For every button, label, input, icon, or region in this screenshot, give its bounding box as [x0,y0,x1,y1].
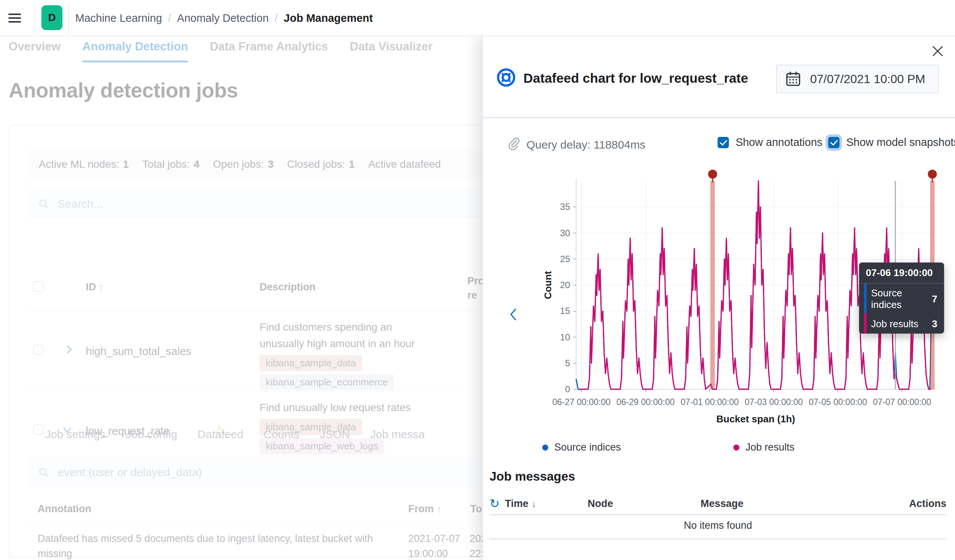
tooltip-timestamp: 07-06 19:00:00 [859,263,944,283]
col-header-annotation[interactable]: Annotation [38,503,91,515]
tab-overview[interactable]: Overview [9,40,61,59]
datafeed-chart-flyout: Datafeed chart for low_request_rate 07/0… [482,36,955,560]
sort-asc-icon: ↑ [437,504,442,514]
breadcrumb-job-management: Job Management [284,12,373,25]
show-annotations-checkbox[interactable] [717,137,729,148]
group-badge[interactable]: kibana_sample_data [260,355,362,371]
close-icon[interactable] [930,44,945,59]
col-header-description[interactable]: Description [260,281,316,293]
show-model-snapshots-label: Show model snapshots [846,136,955,149]
space-avatar[interactable]: D [41,5,63,30]
svg-text:07-03 00:00:00: 07-03 00:00:00 [745,397,803,407]
job-stats-bar: Active ML nodes:1 Total jobs:4 Open jobs… [28,150,482,178]
legend-job-results[interactable]: Job results [733,441,795,453]
show-model-snapshots-control: Show model snapshots [828,136,955,149]
select-all-checkbox[interactable] [33,281,44,292]
svg-text:25: 25 [560,254,570,264]
tooltip-row-source-indices: Source indices 7 [859,283,944,314]
tab-json[interactable]: JSON [320,428,350,441]
table-divider [490,538,946,539]
col-header-from[interactable]: From↑ [408,503,441,515]
svg-text:06-29 00:00:00: 06-29 00:00:00 [616,397,675,407]
tab-datafeed[interactable]: Datafeed [197,428,243,441]
col-header-time[interactable]: Time↓ [505,498,588,510]
breadcrumb: Machine Learning / Anomaly Detection / J… [75,0,373,36]
tooltip-row-job-results: Job results 3 [859,314,944,333]
job-id[interactable]: high_sum_total_sales [86,345,191,358]
flyout-title: Datafeed chart for low_request_rate [523,71,748,86]
row-checkbox[interactable] [33,344,44,355]
ml-tabs: Overview Anomaly Detection Data Frame An… [9,36,433,63]
tab-job-settings[interactable]: Job settings [45,428,105,441]
event-search-input[interactable] [58,466,396,479]
datafeed-chart-icon [496,67,517,88]
stat-open-jobs: Open jobs:3 [213,158,274,171]
annotation-to: 2021- 22:00 [470,531,482,560]
svg-text:Bucket span (1h): Bucket span (1h) [716,413,795,425]
chevron-right-icon[interactable] [63,344,75,355]
show-model-snapshots-checkbox[interactable] [828,137,839,148]
col-header-actions: Actions [909,498,946,510]
show-annotations-control: Show annotations [717,136,822,149]
tab-job-messages[interactable]: Job messa [370,428,425,441]
breadcrumb-separator: / [168,12,171,25]
stat-total-jobs: Total jobs:4 [142,158,199,171]
tooltip-series-color [864,283,867,314]
svg-text:07-05 00:00:00: 07-05 00:00:00 [809,397,867,407]
col-header-to[interactable]: To [470,503,482,515]
chart-tooltip: 07-06 19:00:00 Source indices 7 Job resu… [859,263,944,333]
job-messages-header: ↻ Time↓ Node Message Actions [490,496,946,511]
group-badge[interactable]: kibana_sample_ecommerce [260,374,394,390]
svg-text:07-07 00:00:00: 07-07 00:00:00 [873,397,931,407]
tab-data-frame-analytics[interactable]: Data Frame Analytics [210,40,328,59]
sort-desc-icon: ↓ [531,498,536,509]
kibana-ml-job-management: D Machine Learning / Anomaly Detection /… [0,0,955,560]
legend-source-indices[interactable]: Source indices [542,441,621,453]
legend-dot-job-results [733,444,739,451]
svg-text:35: 35 [560,202,570,212]
stat-active-datafeeds: Active datafeed [368,158,441,171]
col-header-message[interactable]: Message [701,498,909,510]
jobs-search-input[interactable] [58,197,396,210]
flyout-divider [483,117,955,118]
page-title: Anomaly detection jobs [9,78,238,102]
breadcrumb-anomaly-detection[interactable]: Anomaly Detection [177,12,269,25]
col-header-node[interactable]: Node [588,498,701,510]
tab-counts[interactable]: Counts [264,428,299,441]
job-description: Find unusually low request rates [260,399,411,416]
refresh-icon[interactable]: ↻ [490,496,500,511]
header-divider [69,2,69,34]
date-picker[interactable]: 07/07/2021 10:00 PM [776,65,939,93]
show-annotations-label: Show annotations [736,136,822,149]
job-messages-title: Job messages [490,469,575,483]
jobs-search[interactable] [28,190,482,217]
stat-closed-jobs: Closed jobs:1 [287,158,355,171]
svg-text:07-01 00:00:00: 07-01 00:00:00 [681,397,739,407]
tab-job-config[interactable]: Job config [126,428,177,441]
svg-text:10: 10 [560,332,570,342]
tab-data-visualizer[interactable]: Data Visualizer [350,40,433,59]
breadcrumb-machine-learning[interactable]: Machine Learning [75,12,162,25]
svg-text:5: 5 [565,358,570,368]
svg-text:30: 30 [560,228,570,238]
row-checkbox[interactable] [33,424,44,435]
annotation-from: 2021-07-07 19:00:00 [408,531,460,560]
svg-text:15: 15 [560,306,570,316]
query-delay-label: Query delay: 118804ms [526,138,645,151]
search-icon [38,467,49,478]
row-divider [28,391,482,392]
previous-chart-button[interactable] [505,306,522,323]
table-divider [490,515,946,515]
date-picker-value: 07/07/2021 10:00 PM [810,72,925,86]
svg-text:0: 0 [565,384,570,394]
legend-dot-source-indices [542,444,548,451]
event-search[interactable] [28,458,482,486]
col-header-processed-line2: re [467,289,477,301]
paperclip-icon [507,137,520,150]
col-header-processed[interactable]: Proc [467,275,482,287]
col-header-id[interactable]: ID↑ [86,281,104,293]
calendar-icon [785,71,801,87]
menu-icon[interactable] [8,11,23,25]
svg-text:06-27 00:00:00: 06-27 00:00:00 [553,397,611,407]
tab-anomaly-detection[interactable]: Anomaly Detection [82,40,188,59]
